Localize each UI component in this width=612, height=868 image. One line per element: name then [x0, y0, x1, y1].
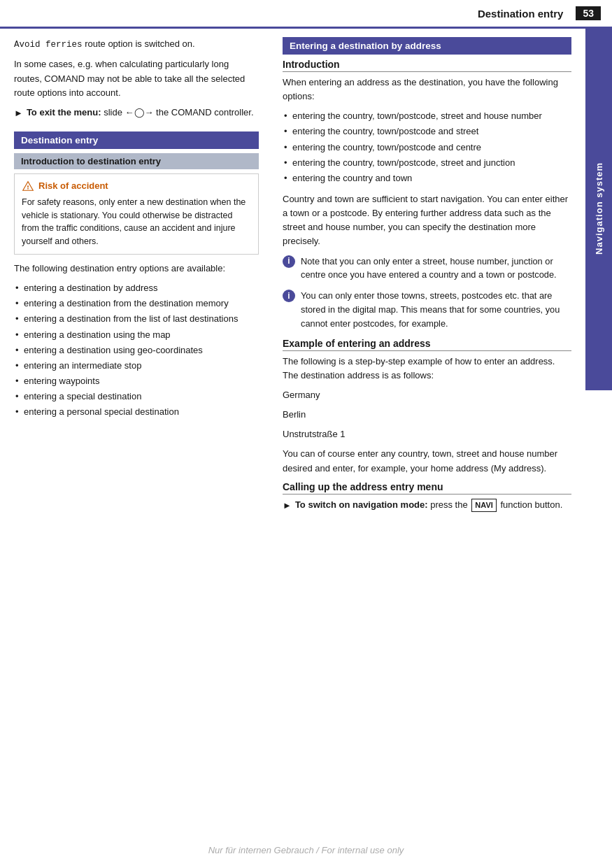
- country-town-text: Country and town are sufficient to start…: [283, 192, 571, 249]
- introduction-heading: Introduction: [283, 59, 571, 72]
- info-icon-2: i: [283, 290, 295, 302]
- example-city: Berlin: [283, 408, 571, 422]
- list-item: entering the country and town: [283, 171, 571, 185]
- header-bar: Destination entry 53: [38, 0, 612, 27]
- intro-text: When entering an address as the destinat…: [283, 76, 571, 104]
- exit-menu-label: To exit the menu:: [27, 107, 101, 118]
- arrow-symbol-2: ►: [283, 499, 292, 513]
- list-item: entering a destination using geo-coordin…: [14, 343, 259, 357]
- switch-nav-label: To switch on navigation mode:: [295, 499, 428, 510]
- list-item: entering a destination using the map: [14, 328, 259, 342]
- info-box-2: i You can only enter those towns, street…: [283, 289, 571, 330]
- arrow-symbol: ►: [14, 106, 23, 120]
- switch-nav-text: To switch on navigation mode: press the …: [295, 498, 562, 513]
- info-text-2: You can only enter those towns, streets,…: [301, 289, 571, 330]
- list-item: entering waypoints: [14, 374, 259, 388]
- following-text: The following destination entry options …: [14, 262, 259, 276]
- example-text: The following is a step-by-step example …: [283, 355, 571, 383]
- list-item: entering a destination from the destinat…: [14, 297, 259, 311]
- exit-menu-action: slide ←◯→ the COMAND controller.: [104, 107, 253, 118]
- exit-menu-text: To exit the menu: slide ←◯→ the COMAND c…: [27, 106, 254, 120]
- list-item: entering the country, town/postcode, str…: [283, 156, 571, 170]
- list-item: entering a personal special destination: [14, 405, 259, 419]
- switch-nav-item: ► To switch on navigation mode: press th…: [283, 498, 571, 513]
- side-tab: Navigation system: [585, 27, 612, 390]
- address-options-list: entering the country, town/postcode, str…: [283, 109, 571, 185]
- exit-menu-item: ► To exit the menu: slide ←◯→ the COMAND…: [14, 106, 259, 120]
- header-title: Destination entry: [478, 8, 564, 20]
- destination-entry-section: Destination entry Introduction to destin…: [14, 131, 259, 419]
- side-tab-label: Navigation system: [594, 162, 604, 255]
- dest-entry-header: Destination entry: [14, 131, 259, 149]
- content-area: Avoid ferries route option is switched o…: [0, 29, 585, 531]
- navi-box: NAVI: [471, 499, 496, 512]
- example-street: Unstrutstraße 1: [283, 427, 571, 441]
- entering-address-header: Entering a destination by address: [283, 37, 571, 55]
- warning-box: Risk of accident For safety reasons, onl…: [14, 173, 259, 255]
- destination-options-list: entering a destination by address enteri…: [14, 281, 259, 419]
- avoid-ferries-code: Avoid ferries: [14, 40, 83, 50]
- info-icon-1: i: [283, 255, 295, 268]
- navi-rest: function button.: [500, 499, 562, 510]
- example-note: You can of course enter any country, tow…: [283, 447, 571, 475]
- list-item: entering an intermediate stop: [14, 359, 259, 373]
- intro-paragraph-2: In some cases, e.g. when calculating par…: [14, 57, 259, 99]
- list-item: entering the country, town/postcode and …: [283, 141, 571, 155]
- intro-paragraph-1: Avoid ferries route option is switched o…: [14, 37, 259, 52]
- watermark: Nur für internen Gebrauch / For internal…: [0, 845, 612, 855]
- page-number: 53: [576, 6, 601, 20]
- risk-title: Risk of accident: [38, 180, 108, 191]
- list-item: entering a destination by address: [14, 281, 259, 295]
- info-box-1: i Note that you can only enter a street,…: [283, 255, 571, 283]
- list-item: entering a special destination: [14, 390, 259, 404]
- warning-header: Risk of accident: [22, 180, 251, 192]
- risk-text: For safety reasons, only enter a new des…: [22, 196, 251, 248]
- left-column: Avoid ferries route option is switched o…: [0, 29, 273, 531]
- intro-text-1: route option is switched on.: [83, 38, 195, 49]
- list-item: entering a destination from the list of …: [14, 312, 259, 326]
- info-text-1: Note that you can only enter a street, h…: [301, 255, 571, 283]
- example-country: Germany: [283, 388, 571, 402]
- list-item: entering the country, town/postcode, str…: [283, 109, 571, 123]
- switch-nav-rest: press the: [430, 499, 470, 510]
- intro-dest-header: Introduction to destination entry: [14, 153, 259, 169]
- list-item: entering the country, town/postcode and …: [283, 124, 571, 138]
- warning-icon: [22, 180, 34, 192]
- example-heading: Example of entering an address: [283, 338, 571, 351]
- calling-heading: Calling up the address entry menu: [283, 481, 571, 495]
- right-column: Entering a destination by address Introd…: [273, 29, 585, 531]
